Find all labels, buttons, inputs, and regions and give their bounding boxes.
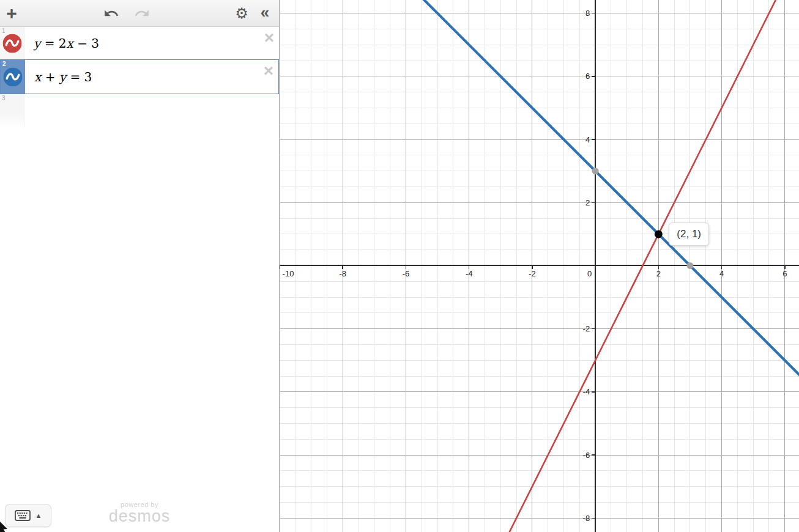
powered-by-desmos-watermark: powered by desmos (0, 501, 279, 525)
undo-button[interactable] (100, 0, 123, 26)
axis-tick-label: -4 (583, 387, 590, 396)
collapse-sidebar-button[interactable]: « (253, 0, 277, 26)
expression-1-visibility-toggle[interactable]: 1 (0, 27, 24, 59)
desmos-app: + ⚙ « (0, 0, 799, 532)
axis-tick-label: -2 (583, 324, 590, 333)
expression-toolbar: + ⚙ « (0, 0, 279, 27)
expression-list-panel: + ⚙ « (0, 0, 280, 532)
delete-expression-2-button[interactable]: × (264, 62, 273, 79)
add-expression-button[interactable]: + (0, 0, 23, 26)
mouse-cursor (0, 521, 9, 532)
expression-1-text: y = 2x − 3 (34, 36, 99, 51)
axis-tick-label: 8 (585, 9, 590, 18)
expression-row-2-selected: 2 x + y = 3 × (0, 59, 279, 94)
axis-tick-label: 6 (585, 72, 590, 81)
axis-tick-label: -2 (529, 269, 536, 278)
redo-button[interactable] (130, 0, 154, 26)
double-chevron-left-icon: « (261, 4, 269, 23)
expression-row-1: 1 y = 2x − 3 × (0, 27, 279, 60)
undo-icon (103, 6, 119, 21)
expression-2-visibility-toggle[interactable]: 2 (1, 60, 25, 94)
axis-tick-label: -6 (403, 269, 410, 278)
expression-number: 3 (2, 95, 6, 102)
axis-tick-label: 4 (719, 269, 724, 278)
gear-icon: ⚙ (235, 6, 248, 21)
desmos-wordmark: desmos (0, 508, 279, 525)
settings-button[interactable]: ⚙ (230, 0, 253, 26)
axis-tick-label: 2 (656, 269, 661, 278)
expression-2-text: x + y = 3 (34, 70, 92, 84)
expression-number: 2 (2, 61, 6, 67)
delete-expression-1-button[interactable]: × (264, 29, 274, 46)
axis-tick-label: 6 (782, 269, 787, 278)
graph-canvas[interactable]: -10-8-6-4-20246-8-6-4-22468 (2, 1) (280, 0, 799, 532)
blue-curve-icon (4, 67, 23, 86)
redo-icon (134, 6, 150, 21)
expression-1-input[interactable]: y = 2x − 3 × (24, 27, 279, 59)
expression-row-3-empty: 3 (0, 94, 279, 128)
axis-tick-label: -4 (466, 269, 473, 278)
axis-tick-label: -10 (283, 269, 294, 278)
expression-3-input[interactable] (24, 94, 279, 128)
intercept-point[interactable] (592, 168, 599, 174)
expression-3-gutter: 3 (0, 94, 24, 128)
expression-2-input[interactable]: x + y = 3 × (25, 60, 278, 94)
axis-tick-label: -8 (583, 514, 590, 523)
axis-tick-label: -6 (583, 451, 590, 460)
intercept-point[interactable] (686, 262, 693, 269)
axis-tick-label: 2 (585, 198, 590, 207)
graph-plot: -10-8-6-4-20246-8-6-4-22468 (280, 0, 799, 532)
axis-tick-label: 0 (587, 269, 592, 278)
axis-tick-label: -8 (339, 269, 346, 278)
point-coordinates-tooltip: (2, 1) (669, 223, 709, 246)
plus-icon: + (6, 4, 17, 23)
axis-tick-label: 4 (585, 135, 590, 144)
graph-curve-1[interactable] (280, 0, 799, 406)
intersection-point[interactable] (655, 230, 663, 238)
red-curve-icon (2, 34, 21, 53)
